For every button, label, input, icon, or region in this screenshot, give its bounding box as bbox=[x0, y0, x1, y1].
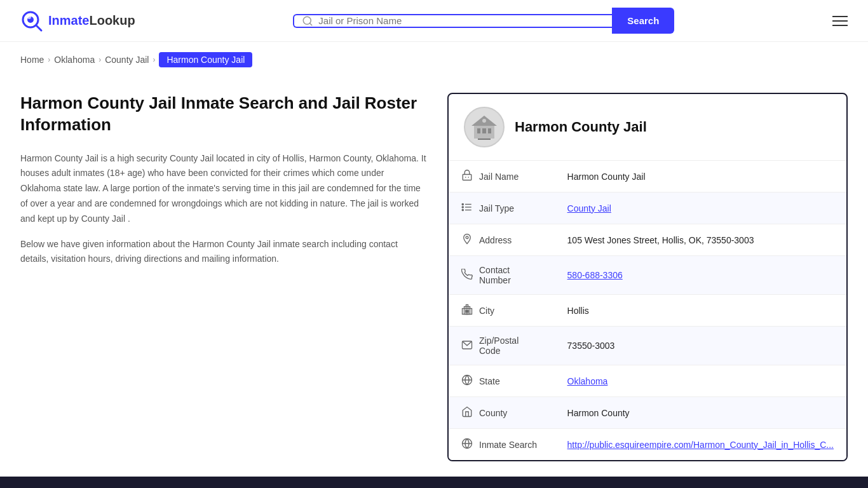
table-label-cell: Jail Name bbox=[449, 161, 555, 193]
table-label-cell: State bbox=[449, 365, 555, 397]
search-input[interactable] bbox=[318, 15, 604, 26]
city-icon bbox=[461, 304, 473, 317]
table-value-cell[interactable]: Oklahoma bbox=[555, 365, 846, 397]
table-label-cell: Contact Number bbox=[449, 256, 555, 295]
footer bbox=[0, 477, 868, 488]
breadcrumb-home[interactable]: Home bbox=[20, 55, 44, 65]
phone-icon-link[interactable]: 580-688-3306 bbox=[567, 270, 623, 280]
hamburger-line-1 bbox=[832, 16, 848, 17]
svg-point-19 bbox=[462, 203, 463, 205]
jail-building-icon bbox=[469, 112, 499, 142]
svg-point-22 bbox=[466, 236, 468, 239]
phone-icon bbox=[461, 269, 473, 282]
svg-rect-24 bbox=[465, 307, 470, 315]
chevron-icon-2: › bbox=[98, 55, 101, 64]
globe-icon bbox=[461, 374, 473, 388]
right-column: Harmon County Jail Jail NameHarmon Count… bbox=[447, 93, 848, 461]
svg-rect-11 bbox=[478, 139, 491, 140]
page-title: Harmon County Jail Inmate Search and Jai… bbox=[20, 93, 427, 136]
table-value-cell[interactable]: http://public.esquireempire.com/Harmon_C… bbox=[555, 429, 846, 461]
info-card-header: Harmon County Jail bbox=[449, 94, 846, 161]
breadcrumb-type[interactable]: County Jail bbox=[105, 55, 149, 65]
table-row: CityHollis bbox=[449, 295, 846, 327]
info-table: Jail NameHarmon County JailJail TypeCoun… bbox=[449, 161, 846, 460]
table-label-cell: Jail Type bbox=[449, 193, 555, 224]
table-value-cell: 105 West Jones Street, Hollis, OK, 73550… bbox=[555, 224, 846, 256]
table-row: StateOklahoma bbox=[449, 365, 846, 397]
mail-icon bbox=[461, 339, 473, 353]
table-value-cell[interactable]: 580-688-3306 bbox=[555, 256, 846, 295]
svg-rect-9 bbox=[488, 128, 491, 133]
globe-icon-link[interactable]: Oklahoma bbox=[567, 376, 608, 386]
description-paragraph-2: Below we have given information about th… bbox=[20, 237, 427, 268]
table-value-cell: Harmon County Jail bbox=[555, 161, 846, 193]
breadcrumb-current: Harmon County Jail bbox=[159, 52, 252, 67]
svg-rect-7 bbox=[477, 128, 480, 133]
list-icon bbox=[461, 201, 473, 215]
breadcrumb-state[interactable]: Oklahoma bbox=[54, 55, 95, 65]
jail-avatar bbox=[464, 107, 505, 147]
table-label-cell: Zip/Postal Code bbox=[449, 327, 555, 365]
county-icon bbox=[461, 406, 473, 419]
site-logo[interactable]: InmateLookup bbox=[20, 10, 135, 32]
jail-icon bbox=[461, 170, 473, 183]
svg-rect-23 bbox=[463, 309, 472, 315]
chevron-icon-1: › bbox=[48, 55, 50, 64]
table-label-cell: Inmate Search bbox=[449, 429, 555, 461]
hamburger-line-2 bbox=[832, 20, 848, 22]
table-row: Jail TypeCounty Jail bbox=[449, 193, 846, 224]
search-icon bbox=[302, 15, 313, 27]
breadcrumb: Home › Oklahoma › County Jail › Harmon C… bbox=[0, 42, 868, 78]
hamburger-line-3 bbox=[832, 25, 848, 26]
logo-label: InmateLookup bbox=[48, 13, 135, 28]
search-input-wrapper bbox=[293, 14, 612, 28]
left-column: Harmon County Jail Inmate Search and Jai… bbox=[20, 93, 427, 461]
table-row: Zip/Postal Code73550-3003 bbox=[449, 327, 846, 365]
table-row: Jail NameHarmon County Jail bbox=[449, 161, 846, 193]
table-label-cell: County bbox=[449, 397, 555, 429]
site-header: InmateLookup Search bbox=[0, 0, 868, 42]
table-row: Inmate Searchhttp://public.esquireempire… bbox=[449, 429, 846, 461]
search-button[interactable]: Search bbox=[612, 8, 674, 34]
chevron-icon-3: › bbox=[153, 55, 155, 64]
svg-line-5 bbox=[310, 23, 312, 25]
svg-rect-13 bbox=[463, 175, 471, 180]
table-value-cell: Harmon County bbox=[555, 397, 846, 429]
table-row: Address105 West Jones Street, Hollis, OK… bbox=[449, 224, 846, 256]
table-row: Contact Number580-688-3306 bbox=[449, 256, 846, 295]
search-globe-icon bbox=[461, 438, 473, 451]
svg-line-2 bbox=[36, 25, 41, 30]
hamburger-menu[interactable] bbox=[832, 16, 848, 26]
location-icon bbox=[461, 233, 473, 247]
description-paragraph-1: Harmon County Jail is a high security Co… bbox=[20, 151, 427, 227]
info-card: Harmon County Jail Jail NameHarmon Count… bbox=[447, 93, 848, 461]
table-label-cell: City bbox=[449, 295, 555, 327]
table-label-cell: Address bbox=[449, 224, 555, 256]
table-value-cell: 73550-3003 bbox=[555, 327, 846, 365]
logo-icon bbox=[20, 10, 43, 32]
list-icon-link[interactable]: County Jail bbox=[567, 203, 611, 214]
main-content: Harmon County Jail Inmate Search and Jai… bbox=[0, 78, 868, 477]
search-globe-icon-link[interactable]: http://public.esquireempire.com/Harmon_C… bbox=[567, 440, 834, 450]
svg-point-12 bbox=[482, 119, 486, 123]
svg-point-21 bbox=[462, 209, 463, 210]
table-value-cell[interactable]: County Jail bbox=[555, 193, 846, 224]
search-bar: Search bbox=[293, 8, 674, 34]
table-row: CountyHarmon County bbox=[449, 397, 846, 429]
svg-point-20 bbox=[462, 207, 463, 208]
svg-rect-8 bbox=[482, 128, 486, 133]
svg-point-3 bbox=[27, 15, 31, 19]
svg-rect-25 bbox=[466, 305, 468, 315]
table-value-cell: Hollis bbox=[555, 295, 846, 327]
jail-card-title: Harmon County Jail bbox=[515, 119, 647, 135]
